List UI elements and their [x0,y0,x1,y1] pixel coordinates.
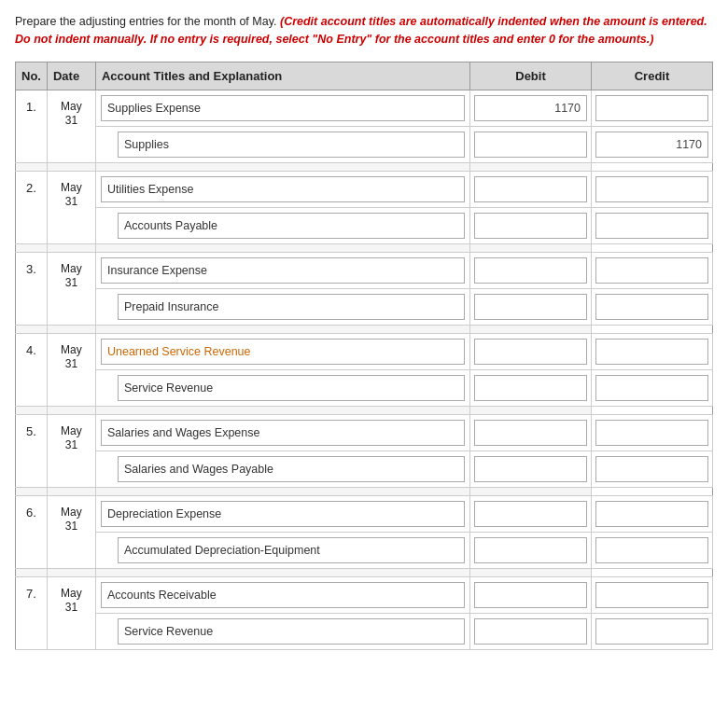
entry-7-no: 7. [16,576,48,649]
entry-4-credit-account-input[interactable] [118,375,465,401]
entry-4-credit-account-cell [95,369,469,406]
entry-7-credit-amount-input[interactable] [595,618,708,645]
entry-3-no: 3. [16,252,48,325]
entry-1-credit-account-input[interactable] [118,132,465,158]
entry-4-credit-debit-empty-cell [470,369,592,406]
entry-5-date: May31 [47,414,95,487]
entry-5-credit-debit-empty-cell [470,451,592,487]
entry-5-credit-amount-input[interactable] [595,456,708,482]
entry-7-debit-credit-empty-cell [592,576,713,613]
entry-6-date: May31 [47,495,95,568]
entry-2-credit-amount-input[interactable] [595,213,708,239]
entry-6-credit-debit-empty-cell [470,532,592,568]
instruction-main: Prepare the adjusting entries for the mo… [15,15,276,28]
entry-3-credit-account-cell [95,288,469,325]
entry-1-debit-amount-input[interactable] [474,95,587,121]
entry-6-debit-credit-empty-cell [592,495,713,532]
entry-1-credit-amount-cell [592,126,713,162]
entry-4-credit-row-debit-input[interactable] [474,375,587,401]
entry-2-debit-row: 2. May31 [16,171,713,207]
entry-2-debit-amount-input[interactable] [474,176,587,202]
entry-6-debit-amount-cell [470,495,592,532]
entry-5-credit-account-cell [95,451,469,487]
entry-2-credit-account-input[interactable] [118,213,465,239]
entry-6-debit-amount-input[interactable] [474,501,587,527]
entry-5-no: 5. [16,414,48,487]
entry-4-debit-account-input[interactable] [101,339,465,365]
entry-3-credit-row-debit-input[interactable] [474,294,587,320]
entry-7-credit-row-debit-input[interactable] [474,618,587,645]
entry-1-credit-debit-empty-cell [470,126,592,162]
entry-6-debit-row: 6. May31 [16,495,713,532]
adjusting-entries-table: No. Date Account Titles and Explanation … [15,62,713,650]
spacer-1 [16,162,713,171]
col-header-no: No. [16,62,48,90]
entry-5-debit-account-input[interactable] [101,420,465,446]
entry-1-credit-account-cell [95,126,469,162]
entry-3-debit-credit-empty-cell [592,252,713,288]
spacer-6 [16,568,713,576]
entry-7-credit-account-input[interactable] [118,618,465,645]
entry-4-debit-amount-cell [470,333,592,369]
entry-3-credit-row [16,288,713,325]
entry-2-credit-debit-empty-cell [470,207,592,243]
entry-3-debit-account-cell [95,252,469,288]
entry-1-debit-credit-empty-cell [592,90,713,126]
entry-5-debit-amount-cell [470,414,592,451]
entry-2-debit-credit-empty-cell [592,171,713,207]
entry-2-debit-amount-cell [470,171,592,207]
entry-1-debit-amount-cell [470,90,592,126]
entry-3-credit-account-input[interactable] [118,294,465,320]
entry-7-debit-row: 7. May31 [16,576,713,613]
entry-4-date: May31 [47,333,95,406]
entry-2-credit-row-debit-input[interactable] [474,213,587,239]
entry-4-debit-row-credit-input[interactable] [595,339,708,365]
entry-2-debit-account-input[interactable] [101,176,465,202]
col-header-date: Date [47,62,95,90]
entry-6-debit-row-credit-input[interactable] [595,501,708,527]
entry-6-credit-account-input[interactable] [118,537,465,563]
entry-5-credit-amount-cell [592,451,713,487]
entry-3-debit-amount-input[interactable] [474,257,587,284]
col-header-credit: Credit [592,62,713,90]
entry-6-credit-row [16,532,713,568]
entry-3-credit-amount-input[interactable] [595,294,708,320]
entry-1-debit-row-credit-input[interactable] [595,95,708,121]
entry-3-date: May31 [47,252,95,325]
entry-3-debit-row: 3. May31 [16,252,713,288]
entry-4-debit-amount-input[interactable] [474,339,587,365]
entry-1-date: May31 [47,90,95,162]
entry-1-credit-row-debit-input[interactable] [474,132,587,158]
entry-2-date: May31 [47,171,95,243]
entry-2-debit-row-credit-input[interactable] [595,176,708,202]
spacer-4 [16,406,713,414]
entry-6-debit-account-input[interactable] [101,501,465,527]
entry-5-credit-row-debit-input[interactable] [474,456,587,482]
spacer-3 [16,325,713,333]
entry-1-credit-row [16,126,713,162]
entry-3-debit-account-input[interactable] [101,257,465,284]
entry-6-credit-row-debit-input[interactable] [474,537,587,563]
entry-7-debit-row-credit-input[interactable] [595,582,708,608]
entry-3-debit-row-credit-input[interactable] [595,257,708,284]
entry-4-debit-credit-empty-cell [592,333,713,369]
entry-6-credit-amount-cell [592,532,713,568]
entry-5-debit-row-credit-input[interactable] [595,420,708,446]
entry-7-credit-amount-cell [592,613,713,649]
entry-7-debit-amount-input[interactable] [474,582,587,608]
entry-4-credit-amount-cell [592,369,713,406]
entry-7-debit-account-input[interactable] [101,582,465,608]
entry-3-credit-amount-cell [592,288,713,325]
entry-6-no: 6. [16,495,48,568]
entry-7-date: May31 [47,576,95,649]
entry-2-credit-row [16,207,713,243]
entry-4-credit-amount-input[interactable] [595,375,708,401]
entry-1-no: 1. [16,90,48,162]
entry-6-credit-amount-input[interactable] [595,537,708,563]
entry-1-debit-account-input[interactable] [101,95,465,121]
entry-5-credit-row [16,451,713,487]
entry-2-debit-account-cell [95,171,469,207]
entry-1-credit-amount-input[interactable] [595,132,708,158]
entry-5-debit-amount-input[interactable] [474,420,587,446]
entry-5-credit-account-input[interactable] [118,456,465,482]
